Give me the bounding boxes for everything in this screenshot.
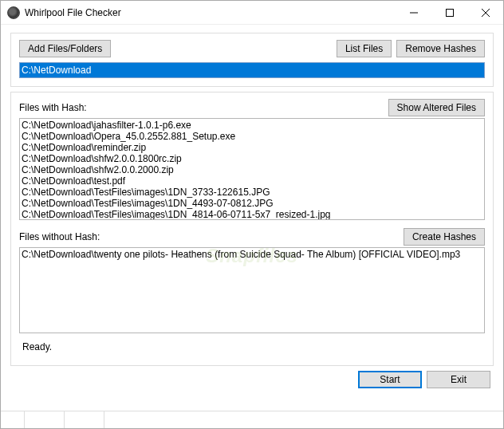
close-button[interactable]: [467, 1, 503, 25]
list-item[interactable]: C:\NetDownload\jahasfilter-1.0.1-p6.exe: [22, 120, 482, 131]
titlebar: Whirlpool File Checker: [1, 1, 503, 25]
list-item[interactable]: C:\NetDownload\shfw2.0.0.1800rc.zip: [22, 153, 482, 164]
hash-listbox[interactable]: C:\NetDownload\jahasfilter-1.0.1-p6.exeC…: [19, 118, 485, 220]
statusbar-panel: [1, 411, 25, 428]
path-input[interactable]: [19, 62, 485, 78]
list-item[interactable]: C:\NetDownload\TestFiles\images\1DN_3733…: [22, 187, 482, 198]
statusbar-panel: [65, 411, 104, 428]
content-area: Add Files/Folders List Files Remove Hash…: [1, 25, 503, 411]
maximize-icon: [446, 9, 454, 17]
status-text: Ready.: [19, 333, 485, 357]
nohash-listbox[interactable]: C:\NetDownload\twenty one pilots- Heathe…: [19, 247, 485, 333]
list-files-button[interactable]: List Files: [337, 40, 392, 57]
list-item[interactable]: C:\NetDownload\reminder.zip: [22, 142, 482, 153]
list-item[interactable]: C:\NetDownload\twenty one pilots- Heathe…: [22, 249, 482, 260]
list-item[interactable]: C:\NetDownload\TestFiles\images\1DN_4814…: [22, 209, 482, 220]
add-files-button[interactable]: Add Files/Folders: [19, 40, 111, 57]
statusbar: [1, 411, 503, 428]
hash-group: Snapfiles Files with Hash: Show Altered …: [10, 92, 494, 366]
remove-hashes-button[interactable]: Remove Hashes: [396, 40, 485, 57]
exit-button[interactable]: Exit: [427, 371, 490, 388]
svg-rect-1: [446, 9, 453, 16]
top-toolbar: Add Files/Folders List Files Remove Hash…: [19, 40, 485, 57]
hash-header: Files with Hash: Show Altered Files: [19, 99, 485, 116]
statusbar-panel: [25, 411, 65, 428]
minimize-button[interactable]: [396, 1, 431, 25]
maximize-button[interactable]: [431, 1, 467, 25]
show-altered-button[interactable]: Show Altered Files: [388, 99, 485, 116]
window-title: Whirlpool File Checker: [25, 7, 396, 18]
list-item[interactable]: C:\NetDownload\shfw2.0.0.2000.zip: [22, 164, 482, 175]
nohash-header: Files without Hash: Create Hashes: [19, 228, 485, 246]
start-button[interactable]: Start: [358, 371, 422, 388]
create-hashes-button[interactable]: Create Hashes: [404, 228, 485, 246]
nohash-label: Files without Hash:: [19, 231, 100, 242]
list-item[interactable]: C:\NetDownload\test.pdf: [22, 175, 482, 187]
minimize-icon: [410, 9, 418, 17]
app-window: Whirlpool File Checker Add Files/Folders…: [0, 0, 504, 429]
list-item[interactable]: C:\NetDownload\Opera_45.0.2552.881_Setup…: [22, 131, 482, 142]
hash-label: Files with Hash:: [19, 102, 87, 113]
top-group: Add Files/Folders List Files Remove Hash…: [10, 33, 494, 87]
list-item[interactable]: C:\NetDownload\TestFiles\images\1DN_4493…: [22, 198, 482, 209]
close-icon: [482, 9, 490, 17]
bottom-buttons: Start Exit: [10, 371, 494, 392]
app-icon: [7, 6, 20, 19]
